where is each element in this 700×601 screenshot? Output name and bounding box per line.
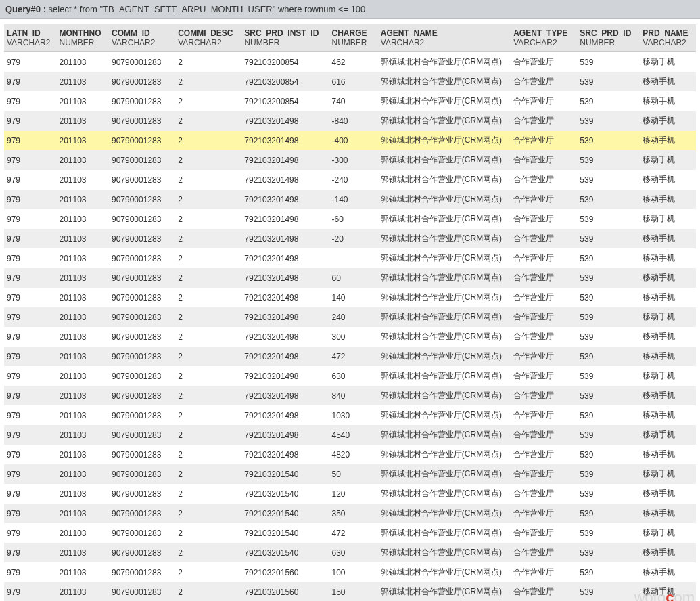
cell-agent_type: 合作营业厅 <box>511 131 577 150</box>
cell-prd_name: 移动手机 <box>640 425 696 445</box>
table-row[interactable]: 9792011039079000128327921032014984540郭镇城… <box>4 425 696 445</box>
table-row[interactable]: 979201103907900012832792103201540472郭镇城北… <box>4 523 696 543</box>
cell-comm_id: 90790001283 <box>109 288 175 307</box>
column-header[interactable]: AGENT_TYPEVARCHAR2 <box>511 24 577 52</box>
cell-monthno: 201103 <box>57 425 110 445</box>
column-header[interactable]: SRC_PRD_INST_IDNUMBER <box>241 24 329 52</box>
cell-src: 792103201498 <box>241 248 329 268</box>
cell-agent_type: 合作营业厅 <box>511 484 577 504</box>
cell-comm_id: 90790001283 <box>109 72 175 91</box>
cell-src: 792103201498 <box>241 366 329 386</box>
table-row[interactable]: 979201103907900012832792103201498472郭镇城北… <box>4 347 696 366</box>
column-type: NUMBER <box>60 38 107 47</box>
table-row[interactable]: 9792011039079000128327921032014984820郭镇城… <box>4 445 696 464</box>
table-row[interactable]: 97920110390790001283279210320154050郭镇城北村… <box>4 464 696 484</box>
table-row[interactable]: 9792011039079000128327921032014981030郭镇城… <box>4 405 696 425</box>
column-header[interactable]: COMMI_DESCVARCHAR2 <box>175 24 241 52</box>
table-row[interactable]: 979201103907900012832792103201540350郭镇城北… <box>4 504 696 523</box>
column-header[interactable]: MONTHNONUMBER <box>57 24 110 52</box>
table-row[interactable]: 979201103907900012832792103201498-60郭镇城北… <box>4 209 696 229</box>
table-row[interactable]: 979201103907900012832792103200854462郭镇城北… <box>4 52 696 72</box>
cell-agent_name: 郭镇城北村合作营业厅(CRM网点) <box>378 229 511 248</box>
cell-comm_id: 90790001283 <box>109 386 175 405</box>
column-header[interactable]: LATN_IDVARCHAR2 <box>4 24 57 52</box>
cell-commi_desc: 2 <box>175 366 241 386</box>
table-row[interactable]: 979201103907900012832792103201498140郭镇城北… <box>4 288 696 307</box>
cell-monthno: 201103 <box>57 229 110 248</box>
cell-prd_name: 移动手机 <box>640 209 696 229</box>
table-row[interactable]: 979201103907900012832792103201498840郭镇城北… <box>4 386 696 405</box>
column-header[interactable]: COMM_IDVARCHAR2 <box>109 24 175 52</box>
cell-src: 792103201560 <box>241 582 329 601</box>
table-row[interactable]: 979201103907900012832792103201560150郭镇城北… <box>4 582 696 601</box>
cell-commi_desc: 2 <box>175 386 241 405</box>
table-row[interactable]: 979201103907900012832792103201498-140郭镇城… <box>4 190 696 209</box>
cell-charge: -400 <box>329 131 377 150</box>
cell-charge: 300 <box>329 327 377 347</box>
cell-prd_name: 移动手机 <box>640 91 696 111</box>
cell-charge: 350 <box>329 504 377 523</box>
table-row[interactable]: 97920110390790001283279210320149860郭镇城北村… <box>4 268 696 288</box>
cell-latn_id: 979 <box>4 229 57 248</box>
cell-agent_name: 郭镇城北村合作营业厅(CRM网点) <box>378 111 511 131</box>
table-row[interactable]: 979201103907900012832792103200854616郭镇城北… <box>4 72 696 91</box>
cell-agent_type: 合作营业厅 <box>511 91 577 111</box>
cell-charge: 4540 <box>329 425 377 445</box>
cell-commi_desc: 2 <box>175 347 241 366</box>
cell-agent_name: 郭镇城北村合作营业厅(CRM网点) <box>378 366 511 386</box>
cell-src: 792103201498 <box>241 386 329 405</box>
cell-charge: 1030 <box>329 405 377 425</box>
column-header[interactable]: AGENT_NAMEVARCHAR2 <box>378 24 511 52</box>
table-row[interactable]: 979201103907900012832792103201540120郭镇城北… <box>4 484 696 504</box>
table-row[interactable]: 979201103907900012832792103201560100郭镇城北… <box>4 562 696 582</box>
cell-agent_type: 合作营业厅 <box>511 268 577 288</box>
column-header[interactable]: CHARGENUMBER <box>329 24 377 52</box>
cell-src: 792103201498 <box>241 347 329 366</box>
cell-prd_name: 移动手机 <box>640 562 696 582</box>
column-name: COMMI_DESC <box>178 28 239 38</box>
table-row[interactable]: 979201103907900012832792103201498-400郭镇城… <box>4 131 696 150</box>
table-row[interactable]: 979201103907900012832792103201498300郭镇城北… <box>4 327 696 347</box>
table-row[interactable]: 979201103907900012832792103201498-840郭镇城… <box>4 111 696 131</box>
cell-agent_type: 合作营业厅 <box>511 523 577 543</box>
cell-commi_desc: 2 <box>175 582 241 601</box>
table-row[interactable]: 979201103907900012832792103201498-300郭镇城… <box>4 150 696 170</box>
cell-commi_desc: 2 <box>175 425 241 445</box>
cell-charge: 462 <box>329 52 377 72</box>
cell-src_prd_id: 539 <box>577 562 640 582</box>
cell-prd_name: 移动手机 <box>640 131 696 150</box>
cell-commi_desc: 2 <box>175 170 241 190</box>
cell-src: 792103201540 <box>241 543 329 562</box>
cell-prd_name: 移动手机 <box>640 386 696 405</box>
cell-comm_id: 90790001283 <box>109 307 175 327</box>
cell-src_prd_id: 539 <box>577 484 640 504</box>
table-row[interactable]: 979201103907900012832792103201498郭镇城北村合作… <box>4 248 696 268</box>
cell-comm_id: 90790001283 <box>109 523 175 543</box>
cell-comm_id: 90790001283 <box>109 582 175 601</box>
column-header[interactable]: PRD_NAMEVARCHAR2 <box>640 24 696 52</box>
column-name: AGENT_TYPE <box>513 28 574 38</box>
column-header[interactable]: SRC_PRD_IDNUMBER <box>577 24 640 52</box>
cell-comm_id: 90790001283 <box>109 504 175 523</box>
cell-latn_id: 979 <box>4 209 57 229</box>
table-row[interactable]: 979201103907900012832792103201498630郭镇城北… <box>4 366 696 386</box>
cell-commi_desc: 2 <box>175 209 241 229</box>
table-row[interactable]: 979201103907900012832792103201498-20郭镇城北… <box>4 229 696 248</box>
cell-prd_name: 移动手机 <box>640 405 696 425</box>
table-row[interactable]: 979201103907900012832792103200854740郭镇城北… <box>4 91 696 111</box>
cell-latn_id: 979 <box>4 327 57 347</box>
cell-src: 792103201540 <box>241 523 329 543</box>
cell-charge: -140 <box>329 190 377 209</box>
cell-src_prd_id: 539 <box>577 268 640 288</box>
cell-comm_id: 90790001283 <box>109 229 175 248</box>
table-row[interactable]: 979201103907900012832792103201498-240郭镇城… <box>4 170 696 190</box>
watermark: wotocom 技术成就梦想 <box>634 589 695 601</box>
cell-latn_id: 979 <box>4 91 57 111</box>
cell-agent_name: 郭镇城北村合作营业厅(CRM网点) <box>378 327 511 347</box>
cell-agent_type: 合作营业厅 <box>511 52 577 72</box>
column-name: PRD_NAME <box>643 28 693 38</box>
table-row[interactable]: 979201103907900012832792103201498240郭镇城北… <box>4 307 696 327</box>
cell-latn_id: 979 <box>4 425 57 445</box>
cell-latn_id: 979 <box>4 72 57 91</box>
table-row[interactable]: 979201103907900012832792103201540630郭镇城北… <box>4 543 696 562</box>
